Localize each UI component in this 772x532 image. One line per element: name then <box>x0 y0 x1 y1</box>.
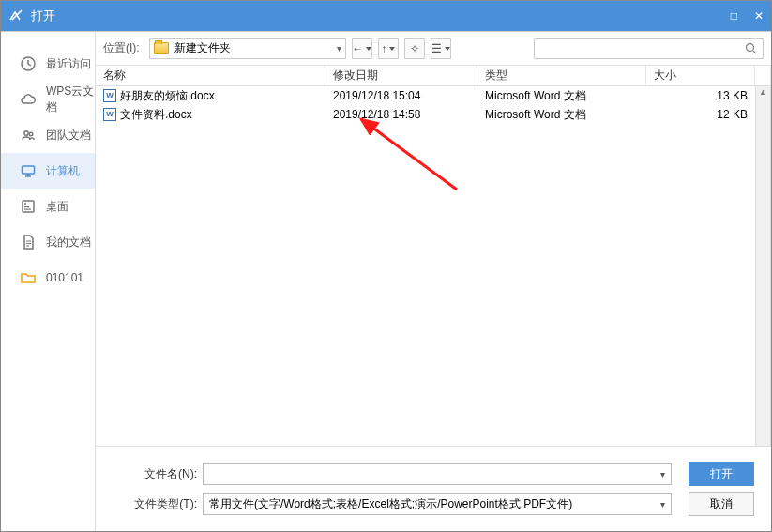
file-type: Microsoft Word 文档 <box>477 106 646 124</box>
search-input[interactable] <box>540 42 745 55</box>
file-row[interactable]: W好朋友的烦恼.docx 2019/12/18 15:04 Microsoft … <box>96 86 770 105</box>
svg-rect-6 <box>24 206 29 207</box>
app-logo-icon <box>8 8 23 23</box>
file-type: Microsoft Word 文档 <box>477 87 646 105</box>
sidebar-item-desktop[interactable]: 桌面 <box>1 189 95 224</box>
sidebar-item-cloud[interactable]: WPS云文档 <box>1 82 95 117</box>
file-list: W好朋友的烦恼.docx 2019/12/18 15:04 Microsoft … <box>96 86 771 446</box>
up-button[interactable]: ↑ <box>378 38 399 59</box>
sidebar-item-label: 我的文档 <box>46 235 91 251</box>
header-type[interactable]: 类型 <box>477 66 646 85</box>
column-headers: 名称 修改日期 类型 大小 <box>96 66 771 86</box>
file-row[interactable]: W文件资料.docx 2019/12/18 14:58 Microsoft Wo… <box>96 105 770 124</box>
location-label: 位置(I): <box>103 40 140 56</box>
chevron-down-icon: ▾ <box>660 469 665 479</box>
header-size[interactable]: 大小 <box>646 66 755 85</box>
close-button[interactable]: ✕ <box>754 9 764 23</box>
filetype-value: 常用文件(文字/Word格式;表格/Excel格式;演示/PowerPoint格… <box>209 496 572 512</box>
location-value: 新建文件夹 <box>174 40 231 56</box>
svg-point-5 <box>24 203 26 205</box>
file-size: 13 KB <box>646 88 755 103</box>
svg-point-8 <box>747 44 754 52</box>
sidebar-item-label: 010101 <box>46 271 83 284</box>
folder-icon <box>20 269 37 286</box>
file-date: 2019/12/18 14:58 <box>325 107 477 122</box>
cloud-icon <box>20 91 37 108</box>
window-controls: □ ✕ <box>731 9 764 23</box>
svg-line-9 <box>361 119 457 190</box>
header-name[interactable]: 名称 <box>96 66 325 85</box>
desktop-icon <box>20 198 37 215</box>
back-button[interactable]: ← <box>352 38 372 59</box>
word-file-icon: W <box>103 89 116 102</box>
new-folder-button[interactable]: ✧ <box>404 38 425 59</box>
maximize-button[interactable]: □ <box>731 9 737 23</box>
sidebar-item-label: 计算机 <box>46 163 80 179</box>
main-panel: 位置(I): 新建文件夹 ▾ ← ↑ ✧ ☰ 名称 修改日期 <box>96 32 771 531</box>
file-size: 12 KB <box>646 107 755 122</box>
chevron-down-icon: ▾ <box>660 499 665 509</box>
svg-point-2 <box>29 132 33 136</box>
sidebar-item-mydocs[interactable]: 我的文档 <box>1 224 95 260</box>
sidebar-item-recent[interactable]: 最近访问 <box>1 46 95 82</box>
sidebar-item-label: 桌面 <box>46 199 68 215</box>
window-title: 打开 <box>31 8 731 24</box>
team-icon <box>20 127 37 144</box>
file-date: 2019/12/18 15:04 <box>325 88 477 103</box>
document-icon <box>20 234 37 251</box>
filename-label: 文件名(N): <box>128 466 197 482</box>
filetype-label: 文件类型(T): <box>128 496 197 512</box>
titlebar: 打开 □ ✕ <box>1 1 771 31</box>
sidebar-item-folder[interactable]: 010101 <box>1 260 95 296</box>
sidebar-item-label: 团队文档 <box>46 128 91 144</box>
search-box[interactable] <box>534 38 764 59</box>
filetype-dropdown[interactable]: 常用文件(文字/Word格式;表格/Excel格式;演示/PowerPoint格… <box>203 493 672 515</box>
computer-icon <box>20 162 37 179</box>
svg-point-1 <box>24 131 28 135</box>
file-name: 文件资料.docx <box>120 107 192 123</box>
sidebar-item-computer[interactable]: 计算机 <box>1 153 95 189</box>
search-icon <box>745 42 757 54</box>
filename-input[interactable]: ▾ <box>203 463 672 485</box>
chevron-down-icon: ▾ <box>337 43 341 53</box>
footer: 文件名(N): ▾ 打开 文件类型(T): 常用文件(文字/Word格式;表格/… <box>96 446 771 531</box>
file-name: 好朋友的烦恼.docx <box>120 88 215 104</box>
word-file-icon: W <box>103 108 116 121</box>
header-date[interactable]: 修改日期 <box>325 66 477 85</box>
scrollbar[interactable] <box>755 86 770 446</box>
sidebar: 最近访问 WPS云文档 团队文档 计算机 桌面 我的文档 <box>1 32 96 531</box>
sidebar-item-label: 最近访问 <box>46 56 91 72</box>
annotation-arrow-icon <box>354 114 466 199</box>
open-button[interactable]: 打开 <box>689 462 754 486</box>
view-button[interactable]: ☰ <box>431 38 451 59</box>
folder-icon <box>154 42 169 54</box>
toolbar: 位置(I): 新建文件夹 ▾ ← ↑ ✧ ☰ <box>96 32 771 66</box>
open-dialog: 打开 □ ✕ 最近访问 WPS云文档 团队文档 计算机 <box>0 0 772 532</box>
clock-icon <box>20 55 37 72</box>
location-dropdown[interactable]: 新建文件夹 ▾ <box>149 38 346 59</box>
cancel-button[interactable]: 取消 <box>689 492 754 516</box>
svg-rect-7 <box>24 209 31 210</box>
svg-rect-3 <box>23 166 35 174</box>
sidebar-item-label: WPS云文档 <box>46 84 95 115</box>
sidebar-item-team[interactable]: 团队文档 <box>1 117 95 153</box>
